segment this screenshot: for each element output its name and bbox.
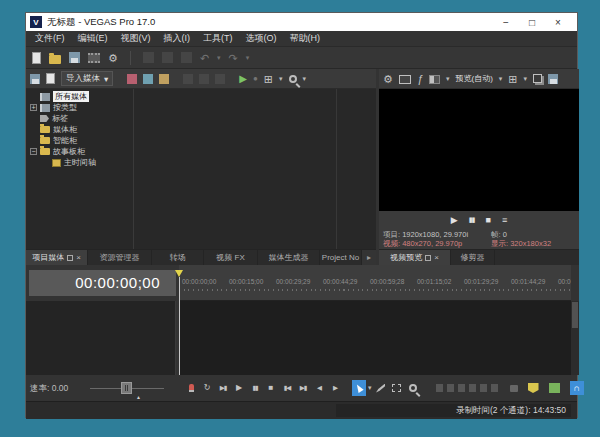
normal-edit-tool-button[interactable]	[352, 380, 366, 396]
get-photo-icon[interactable]	[159, 74, 169, 84]
search-dropdown-icon[interactable]: ▾	[303, 75, 307, 83]
split-screen-dropdown-icon[interactable]: ▾	[446, 75, 450, 83]
capture-video-icon[interactable]	[127, 74, 137, 84]
menu-view[interactable]: 视图(V)	[121, 32, 151, 45]
edit-tool-dropdown-icon[interactable]: ▾	[368, 384, 372, 392]
render-as-icon[interactable]	[88, 53, 100, 63]
extract-audio-icon[interactable]	[143, 74, 153, 84]
project-properties-gear-icon[interactable]: ⚙	[108, 52, 118, 64]
close-button[interactable]: ×	[545, 14, 571, 30]
go-to-start-button[interactable]: ▮◀	[280, 380, 294, 396]
preview-quality-dropdown-icon[interactable]: ▾	[499, 75, 503, 83]
pause-button[interactable]: ▮▮	[248, 380, 262, 396]
views-dropdown-icon[interactable]: ▾	[279, 75, 283, 83]
preview-pause-button[interactable]: ▮▮	[469, 214, 475, 226]
menu-insert[interactable]: 插入(I)	[164, 32, 191, 45]
marker-tool-icon[interactable]	[528, 383, 539, 393]
external-monitor-icon[interactable]	[399, 75, 411, 84]
auto-preview-icon[interactable]: ●	[253, 73, 258, 85]
scrollbar-thumb[interactable]	[572, 302, 578, 328]
preview-play-button[interactable]: ▶	[451, 214, 458, 226]
scrub-slider-thumb[interactable]	[121, 382, 132, 394]
cut-icon[interactable]	[143, 52, 154, 63]
tab-media-generators[interactable]: 媒体生成器	[258, 250, 320, 265]
save-snapshot-icon[interactable]	[548, 74, 558, 84]
copy-icon[interactable]	[162, 52, 173, 63]
media-properties-icon[interactable]	[183, 74, 193, 84]
stop-button[interactable]: ■	[264, 380, 278, 396]
snap-toggle-button[interactable]: ∩	[570, 381, 584, 395]
tab-project-media[interactable]: 项目媒体 ×	[26, 250, 88, 265]
event-tool-icon[interactable]	[549, 383, 560, 393]
preview-quality-button[interactable]: 预览(自动)	[456, 73, 493, 84]
track-list-area[interactable]	[26, 301, 176, 375]
envelope-tool-button[interactable]	[374, 380, 388, 396]
tab-transitions[interactable]: 转场	[152, 250, 204, 265]
remove-media-icon[interactable]	[215, 74, 225, 84]
video-preview-screen[interactable]	[379, 89, 579, 211]
save-project-icon[interactable]	[69, 52, 80, 63]
import-file-icon[interactable]	[46, 73, 55, 84]
tab-video-preview[interactable]: 视频预览 ×	[379, 250, 451, 265]
new-project-icon[interactable]	[32, 52, 41, 64]
tree-item-all-media[interactable]: 所有媒体	[40, 91, 89, 102]
close-tab-icon[interactable]: ×	[434, 255, 439, 261]
timecode-display[interactable]: 00:00:00;00	[29, 270, 176, 296]
close-tab-icon[interactable]: ×	[76, 255, 81, 261]
tab-video-fx[interactable]: 视频 FX	[204, 250, 258, 265]
next-frame-button[interactable]: ▶	[328, 380, 342, 396]
media-fx-icon[interactable]	[199, 74, 209, 84]
new-bin-icon[interactable]	[30, 74, 40, 84]
tab-trimmer[interactable]: 修剪器	[451, 250, 495, 265]
preview-stop-button[interactable]: ■	[485, 214, 490, 226]
overlays-dropdown-icon[interactable]: ▾	[524, 75, 528, 83]
undo-dropdown-icon[interactable]: ▾	[217, 54, 221, 62]
zoom-tool-button[interactable]	[406, 380, 420, 396]
menu-edit[interactable]: 编辑(E)	[78, 32, 108, 45]
float-window-icon[interactable]	[67, 255, 73, 261]
selection-tool-button[interactable]	[390, 380, 404, 396]
menu-options[interactable]: 选项(O)	[246, 32, 277, 45]
import-media-button[interactable]: 导入媒体 ▾	[61, 71, 113, 86]
record-button[interactable]	[184, 380, 198, 396]
expand-icon[interactable]: +	[30, 104, 37, 111]
menu-tools[interactable]: 工具(T)	[203, 32, 233, 45]
minimize-button[interactable]: −	[493, 14, 519, 30]
float-window-icon[interactable]	[425, 255, 431, 261]
tree-item-tags[interactable]: 标签	[40, 113, 68, 124]
undo-icon[interactable]: ↶	[200, 52, 209, 64]
preview-play-icon[interactable]: ▶	[239, 73, 247, 85]
tree-item-storyboard-bins[interactable]: − 故事板柜	[30, 146, 85, 157]
maximize-button[interactable]: □	[519, 14, 545, 30]
playhead-line[interactable]	[179, 277, 180, 375]
tree-item-main-timeline[interactable]: 主时间轴	[52, 157, 96, 168]
tab-overflow-button[interactable]: ▸	[362, 250, 376, 265]
preview-menu-icon[interactable]: ≡	[502, 214, 507, 226]
overlays-grid-icon[interactable]: ⊞	[508, 73, 517, 85]
tab-explorer[interactable]: 资源管理器	[88, 250, 152, 265]
timeline-ruler[interactable]: 00:00:00;00 00:00:15;00 00:00:29;29 00:0…	[179, 265, 571, 301]
redo-dropdown-icon[interactable]: ▾	[246, 54, 250, 62]
play-from-start-button[interactable]: ▶▮	[216, 380, 230, 396]
collapse-icon[interactable]: −	[30, 148, 37, 155]
track-timeline-area[interactable]	[179, 301, 571, 375]
views-grid-icon[interactable]: ⊞	[264, 73, 273, 85]
split-screen-icon[interactable]	[429, 75, 440, 84]
loop-playback-button[interactable]: ↻	[200, 380, 214, 396]
media-list-area[interactable]	[135, 89, 376, 249]
tree-item-smart-bins[interactable]: 智能柜	[40, 135, 77, 146]
lock-icon[interactable]	[510, 385, 518, 392]
preview-settings-gear-icon[interactable]: ⚙	[383, 73, 393, 85]
go-to-end-button[interactable]: ▶▮	[296, 380, 310, 396]
tab-project-notes[interactable]: Project No	[320, 250, 362, 265]
previous-frame-button[interactable]: ◀	[312, 380, 326, 396]
menu-file[interactable]: 文件(F)	[35, 32, 65, 45]
timeline-vertical-scrollbar[interactable]	[571, 301, 579, 375]
open-project-icon[interactable]	[49, 55, 61, 64]
video-fx-icon[interactable]: ƒ	[417, 73, 423, 85]
playhead-marker-icon[interactable]	[175, 270, 183, 277]
redo-icon[interactable]: ↷	[229, 52, 238, 64]
paste-icon[interactable]	[181, 52, 192, 63]
copy-snapshot-icon[interactable]	[533, 74, 542, 83]
tree-item-by-type[interactable]: + 按类型	[30, 102, 77, 113]
